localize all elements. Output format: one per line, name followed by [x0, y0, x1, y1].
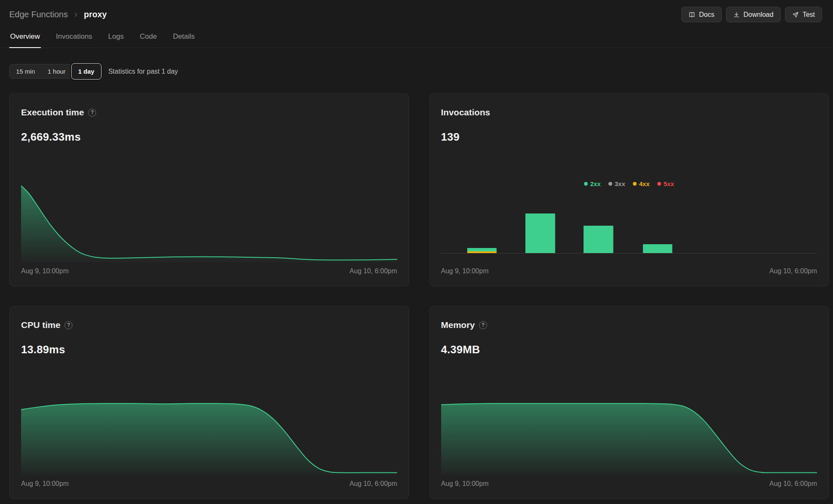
invocations-bar[interactable]	[525, 213, 555, 253]
cpu-time-axis: Aug 9, 10:00pm Aug 10, 6:00pm	[21, 480, 397, 488]
page-header: Edge Functions proxy Docs Download Test	[0, 0, 833, 22]
legend-item-4xx[interactable]: 4xx	[633, 180, 650, 187]
test-button-label: Test	[803, 11, 815, 19]
download-button[interactable]: Download	[726, 7, 781, 22]
card-title-invocations: Invocations	[441, 107, 490, 117]
legend-label: 2xx	[590, 180, 601, 187]
invocations-chart: 2xx3xx4xx5xx	[441, 180, 817, 253]
cpu-time-chart	[21, 397, 397, 475]
tab-bar: Overview Invocations Logs Code Details	[0, 32, 833, 48]
tab-invocations[interactable]: Invocations	[55, 32, 93, 48]
invocations-value: 139	[441, 131, 817, 144]
axis-start-label: Aug 9, 10:00pm	[21, 267, 69, 275]
book-icon	[688, 11, 695, 18]
bar-segment-4xx	[467, 251, 497, 253]
memory-chart	[441, 397, 817, 475]
execution-time-axis: Aug 9, 10:00pm Aug 10, 6:00pm	[21, 267, 397, 275]
tab-details[interactable]: Details	[172, 32, 196, 48]
time-range-15min[interactable]: 15 min	[10, 64, 41, 78]
bar-segment-2xx	[525, 213, 555, 253]
tab-overview[interactable]: Overview	[9, 32, 41, 48]
legend-item-2xx[interactable]: 2xx	[584, 180, 601, 187]
time-range-1hour[interactable]: 1 hour	[41, 64, 72, 78]
download-button-label: Download	[744, 11, 774, 19]
legend-label: 5xx	[664, 180, 674, 187]
time-range-controls: 15 min 1 hour 1 day Statistics for past …	[0, 64, 833, 79]
legend-item-3xx[interactable]: 3xx	[608, 180, 625, 187]
axis-start-label: Aug 9, 10:00pm	[441, 267, 489, 275]
invocations-bar[interactable]	[467, 248, 497, 253]
axis-start-label: Aug 9, 10:00pm	[21, 480, 69, 488]
breadcrumb-current: proxy	[84, 10, 107, 19]
header-actions: Docs Download Test	[681, 7, 822, 22]
cpu-time-value: 13.89ms	[21, 343, 397, 356]
axis-start-label: Aug 9, 10:00pm	[441, 480, 489, 488]
legend-item-5xx[interactable]: 5xx	[657, 180, 674, 187]
docs-button[interactable]: Docs	[681, 7, 721, 22]
cpu-time-card: CPU time ? 13.89ms Aug 9, 10:00pm Aug 10…	[9, 306, 409, 499]
download-icon	[733, 11, 740, 18]
legend-label: 3xx	[615, 180, 625, 187]
time-range-1day[interactable]: 1 day	[71, 63, 102, 80]
invocations-bar[interactable]	[584, 226, 613, 253]
invocations-bar[interactable]	[643, 244, 672, 253]
legend-dot-4xx	[633, 182, 637, 186]
memory-axis: Aug 9, 10:00pm Aug 10, 6:00pm	[441, 480, 817, 488]
chevron-right-icon	[73, 12, 79, 18]
axis-end-label: Aug 10, 6:00pm	[769, 480, 817, 488]
help-icon[interactable]: ?	[479, 321, 487, 329]
breadcrumb-parent[interactable]: Edge Functions	[9, 10, 68, 19]
test-button[interactable]: Test	[785, 7, 822, 22]
execution-time-card: Execution time ? 2,669.33ms Aug 9, 10:00…	[9, 93, 409, 286]
invocations-axis: Aug 9, 10:00pm Aug 10, 6:00pm	[441, 267, 817, 275]
tab-logs[interactable]: Logs	[107, 32, 125, 48]
axis-end-label: Aug 10, 6:00pm	[769, 267, 817, 275]
metrics-grid: Execution time ? 2,669.33ms Aug 9, 10:00…	[9, 93, 829, 499]
help-icon[interactable]: ?	[64, 321, 72, 329]
legend-dot-2xx	[584, 182, 588, 186]
invocations-card: Invocations ? 139 2xx3xx4xx5xx Aug 9, 10…	[429, 93, 829, 286]
invocations-bars	[441, 199, 817, 253]
breadcrumb: Edge Functions proxy	[9, 10, 107, 19]
card-title-memory: Memory	[441, 320, 475, 330]
tab-code[interactable]: Code	[139, 32, 158, 48]
memory-value: 4.39MB	[441, 343, 817, 356]
invocations-legend: 2xx3xx4xx5xx	[441, 180, 817, 187]
send-icon	[792, 11, 799, 18]
card-title-execution-time: Execution time	[21, 107, 84, 117]
legend-dot-5xx	[657, 182, 661, 186]
time-range-segmented-control: 15 min 1 hour 1 day	[9, 64, 101, 79]
axis-end-label: Aug 10, 6:00pm	[350, 480, 397, 488]
statistics-caption: Statistics for past 1 day	[108, 68, 178, 75]
docs-button-label: Docs	[699, 11, 714, 19]
card-title-cpu-time: CPU time	[21, 320, 60, 330]
bar-segment-2xx	[584, 226, 613, 253]
execution-time-value: 2,669.33ms	[21, 131, 397, 144]
execution-time-chart	[21, 184, 397, 262]
bar-segment-2xx	[643, 244, 672, 253]
legend-dot-3xx	[608, 182, 612, 186]
axis-end-label: Aug 10, 6:00pm	[350, 267, 397, 275]
memory-card: Memory ? 4.39MB Aug 9, 10:00pm Aug 10, 6…	[429, 306, 829, 499]
help-icon[interactable]: ?	[88, 109, 96, 117]
bar-segment-2xx	[467, 248, 497, 251]
legend-label: 4xx	[639, 180, 650, 187]
